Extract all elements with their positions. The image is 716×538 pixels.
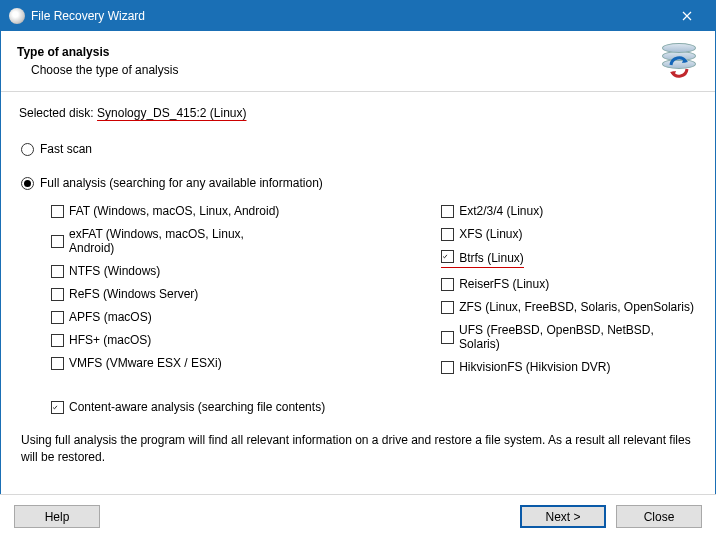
app-icon [9, 8, 25, 24]
page-subheading: Choose the type of analysis [31, 63, 659, 77]
checkbox-fs-right-5[interactable]: UFS (FreeBSD, OpenBSD, NetBSD, Solaris) [441, 323, 697, 351]
wizard-body: Selected disk: Synology_DS_415:2 (Linux)… [1, 92, 715, 476]
checkbox-fs-left-3[interactable]: ReFS (Windows Server) [51, 287, 291, 301]
radio-label: Full analysis (searching for any availab… [40, 176, 323, 190]
checkbox-icon [51, 401, 64, 414]
checkbox-icon [441, 228, 454, 241]
checkbox-icon [51, 288, 64, 301]
checkbox-fs-left-1[interactable]: exFAT (Windows, macOS, Linux, Android) [51, 227, 291, 255]
next-button[interactable]: Next > [520, 505, 606, 528]
checkbox-fs-right-1[interactable]: XFS (Linux) [441, 227, 697, 241]
checkbox-label: FAT (Windows, macOS, Linux, Android) [69, 204, 279, 218]
window-title: File Recovery Wizard [31, 9, 664, 23]
radio-fast-scan[interactable]: Fast scan [21, 142, 697, 156]
checkbox-icon [51, 235, 64, 248]
checkbox-icon [51, 265, 64, 278]
checkbox-icon [441, 278, 454, 291]
wizard-header: Type of analysis Choose the type of anal… [1, 31, 715, 92]
checkbox-icon [441, 331, 454, 344]
checkbox-icon [51, 334, 64, 347]
checkbox-label: Ext2/3/4 (Linux) [459, 204, 543, 218]
checkbox-label: exFAT (Windows, macOS, Linux, Android) [69, 227, 291, 255]
wizard-footer: Help Next > Close [0, 494, 716, 538]
checkbox-label: Btrfs (Linux) [459, 251, 524, 265]
checkbox-fs-right-2[interactable]: Btrfs (Linux) [441, 250, 697, 268]
checkbox-icon [441, 361, 454, 374]
selected-disk-label: Selected disk: [19, 106, 97, 120]
checkbox-fs-right-3[interactable]: ReiserFS (Linux) [441, 277, 697, 291]
selected-disk-line: Selected disk: Synology_DS_415:2 (Linux) [19, 106, 697, 120]
checkbox-label: NTFS (Windows) [69, 264, 160, 278]
checkbox-fs-left-2[interactable]: NTFS (Windows) [51, 264, 291, 278]
checkbox-icon [441, 301, 454, 314]
checkbox-label: ZFS (Linux, FreeBSD, Solaris, OpenSolari… [459, 300, 694, 314]
checkbox-icon [51, 311, 64, 324]
checkbox-fs-right-4[interactable]: ZFS (Linux, FreeBSD, Solaris, OpenSolari… [441, 300, 697, 314]
checkbox-fs-right-0[interactable]: Ext2/3/4 (Linux) [441, 204, 697, 218]
checkbox-label: Content-aware analysis (searching file c… [69, 400, 325, 414]
checkbox-icon [441, 250, 454, 263]
checkbox-label: HFS+ (macOS) [69, 333, 151, 347]
checkbox-label: XFS (Linux) [459, 227, 522, 241]
radio-full-analysis[interactable]: Full analysis (searching for any availab… [21, 176, 697, 190]
checkbox-label: VMFS (VMware ESX / ESXi) [69, 356, 222, 370]
filesystem-options: FAT (Windows, macOS, Linux, Android)exFA… [51, 204, 697, 374]
page-heading: Type of analysis [17, 45, 659, 59]
close-button[interactable]: Close [616, 505, 702, 528]
checkbox-content-aware[interactable]: Content-aware analysis (searching file c… [51, 400, 697, 414]
checkbox-fs-left-6[interactable]: VMFS (VMware ESX / ESXi) [51, 356, 291, 370]
analysis-description: Using full analysis the program will fin… [19, 432, 697, 466]
checkbox-fs-left-4[interactable]: APFS (macOS) [51, 310, 291, 324]
radio-icon [21, 143, 34, 156]
help-button[interactable]: Help [14, 505, 100, 528]
radio-label: Fast scan [40, 142, 92, 156]
radio-icon [21, 177, 34, 190]
checkbox-fs-right-6[interactable]: HikvisionFS (Hikvision DVR) [441, 360, 697, 374]
checkbox-icon [51, 357, 64, 370]
checkbox-label: APFS (macOS) [69, 310, 152, 324]
close-icon[interactable] [664, 1, 709, 31]
recovery-icon [659, 41, 699, 81]
checkbox-fs-left-5[interactable]: HFS+ (macOS) [51, 333, 291, 347]
checkbox-icon [51, 205, 64, 218]
titlebar: File Recovery Wizard [1, 1, 715, 31]
checkbox-label: HikvisionFS (Hikvision DVR) [459, 360, 610, 374]
checkbox-label: ReFS (Windows Server) [69, 287, 198, 301]
checkbox-icon [441, 205, 454, 218]
checkbox-label: ReiserFS (Linux) [459, 277, 549, 291]
checkbox-label: UFS (FreeBSD, OpenBSD, NetBSD, Solaris) [459, 323, 697, 351]
selected-disk-value: Synology_DS_415:2 (Linux) [97, 106, 246, 120]
checkbox-fs-left-0[interactable]: FAT (Windows, macOS, Linux, Android) [51, 204, 291, 218]
